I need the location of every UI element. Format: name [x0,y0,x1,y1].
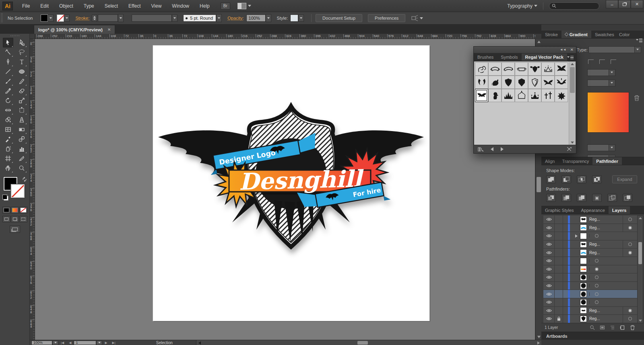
lock-toggle[interactable] [555,224,563,232]
stroke-weight-dropdown[interactable] [118,14,124,22]
visibility-toggle[interactable] [543,248,555,257]
gradient-type-select[interactable] [588,46,641,53]
pen-tool[interactable] [3,57,13,67]
preferences-button[interactable]: Preferences [368,14,405,22]
workspace-switcher[interactable]: Typography [507,3,537,9]
gradient-tab-swatches[interactable]: Swatches [591,31,615,38]
gradient-slider[interactable] [587,92,629,133]
canvas-horizontal-scrollbar[interactable] [196,340,541,345]
lock-toggle[interactable] [555,273,563,281]
visibility-eye-icon[interactable] [546,234,552,238]
zoom-field[interactable]: 100% [31,341,52,345]
line-segment-tool[interactable] [3,67,13,76]
lock-toggle[interactable] [555,240,563,248]
swap-fill-stroke-icon[interactable] [22,177,27,182]
gradient-tab-gradient[interactable]: Gradient [561,31,591,38]
scrollbar-thumb[interactable] [570,67,575,93]
layers-tab-appearance[interactable]: Appearance [578,206,609,214]
delete-layer-icon[interactable] [630,325,635,330]
close-panel-icon[interactable]: ✕ [570,48,574,51]
menu-type[interactable]: Type [78,0,99,12]
visibility-toggle[interactable] [543,290,555,298]
visibility-eye-icon[interactable] [546,218,552,221]
layer-thumbnail[interactable] [580,216,587,223]
visibility-toggle[interactable] [543,257,555,265]
mesh-tool[interactable] [3,125,13,134]
draw-behind-button[interactable] [11,216,19,222]
stroke-weight-field[interactable] [98,14,118,22]
lock-toggle[interactable] [555,265,563,273]
visibility-eye-icon[interactable] [546,284,552,288]
select-similar-icon[interactable] [411,15,418,21]
opacity-field[interactable]: 100% [246,14,266,22]
symbol-banner-ribbon[interactable] [488,62,502,76]
symbol-royal-crown[interactable] [515,89,528,102]
stroke-color-dropdown[interactable] [64,14,70,22]
break-link-icon[interactable] [566,147,572,152]
menu-object[interactable]: Object [54,0,78,12]
gradient-tab-color[interactable]: Color [615,31,633,38]
visibility-toggle[interactable] [543,282,555,290]
symbol-sketch-crown[interactable] [541,62,555,76]
symbol-plain-ribbon[interactable] [515,62,528,76]
layer-name[interactable]: Reg... [589,226,623,230]
symbol-castle-crown[interactable] [502,89,515,102]
stroke-swatch[interactable] [11,184,25,198]
search-input[interactable] [549,2,599,10]
layer-row[interactable] [543,232,637,240]
zoom-tool[interactable] [17,163,27,173]
pathfinder-tab-pathfinder[interactable]: Pathfinder [592,157,621,165]
lock-toggle[interactable] [555,216,563,224]
stroke-weight-stepper[interactable] [92,14,97,22]
symbols-tab-regal-vector-pack[interactable]: Regal Vector Pack [522,53,567,61]
visibility-eye-icon[interactable] [546,292,552,296]
layer-target[interactable] [623,216,637,224]
none-button[interactable] [19,207,27,214]
symbol-bat-wings[interactable] [555,62,568,76]
visibility-eye-icon[interactable] [546,309,552,312]
visibility-eye-icon[interactable] [546,317,552,320]
lock-toggle[interactable] [555,315,563,323]
artboard-dropdown[interactable] [96,341,102,345]
visibility-eye-icon[interactable] [546,251,552,255]
stroke-color-swatch[interactable] [57,14,64,22]
selection-tool[interactable] [3,38,13,47]
column-graph-tool[interactable] [17,144,27,154]
blob-brush-tool[interactable] [3,86,13,96]
artboard-number-field[interactable]: 1 [74,341,96,345]
scroll-down-icon[interactable] [571,142,574,144]
layer-thumbnail[interactable] [580,266,587,272]
panel-grip[interactable] [0,34,29,38]
layer-row[interactable] [543,298,637,307]
visibility-toggle[interactable] [543,265,555,273]
perspective-grid-tool[interactable] [17,115,27,125]
symbol-libraries-icon[interactable] [478,147,483,152]
close-button[interactable]: ✕ [631,0,643,8]
layer-name[interactable]: Reg... [589,217,623,222]
symbol-sprayer-tool[interactable] [3,144,13,154]
lock-toggle[interactable] [555,282,563,290]
expand-toggle[interactable] [574,234,579,238]
close-icon[interactable]: ✕ [107,27,111,32]
symbol-wave-ribbon[interactable] [502,62,515,76]
symbol-lion-rampant[interactable] [488,89,502,102]
opacity-dropdown[interactable] [266,14,271,22]
blend-tool[interactable] [17,134,27,144]
symbol-hex-shield[interactable] [515,76,528,89]
layer-thumbnail[interactable] [580,233,587,239]
prev-symbol-icon[interactable] [491,147,493,151]
next-artboard-button[interactable]: ▶ [105,341,107,345]
scroll-up-icon[interactable] [639,217,642,219]
layer-row[interactable] [543,273,637,282]
symbol-eagle-crest[interactable] [555,89,568,102]
layer-thumbnail[interactable] [580,283,587,289]
visibility-toggle[interactable] [543,224,555,232]
symbol-horned-wreath[interactable] [475,76,488,89]
hand-tool[interactable] [3,163,13,173]
symbol-curved-shield[interactable] [502,76,515,89]
symbol-spread-wings[interactable] [541,76,555,89]
visibility-eye-icon[interactable] [546,267,552,271]
restore-button[interactable] [618,0,631,8]
lock-toggle[interactable] [555,290,563,298]
menu-help[interactable]: Help [194,0,215,12]
